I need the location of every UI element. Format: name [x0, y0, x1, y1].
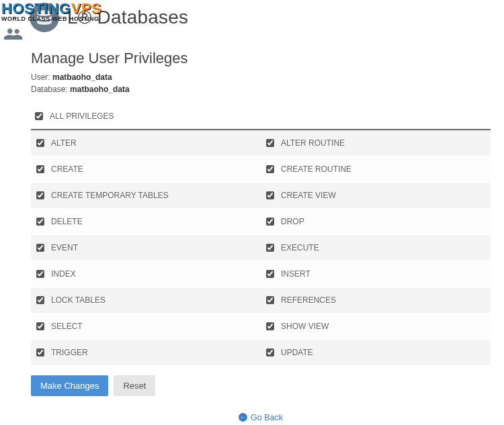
privilege-label: REFERENCES [281, 295, 336, 305]
privilege-label: INSERT [281, 269, 310, 279]
all-privileges-label: ALL PRIVILEGES [50, 111, 114, 121]
privilege-label: EVENT [51, 243, 78, 252]
privilege-checkbox[interactable] [36, 270, 44, 278]
user-value: matbaoho_data [52, 73, 112, 82]
go-back-link[interactable]: ← Go Back [239, 413, 283, 422]
arrow-left-icon: ← [239, 413, 247, 422]
privileges-table: ALTERALTER ROUTINECREATECREATE ROUTINECR… [31, 130, 491, 366]
privilege-label: TRIGGER [51, 348, 88, 357]
privilege-label: LOCK TABLES [51, 295, 106, 305]
privilege-checkbox[interactable] [36, 244, 44, 252]
privilege-label: CREATE ROUTINE [281, 164, 351, 174]
page-title: L® Databases [67, 7, 188, 28]
go-back-label: Go Back [251, 413, 283, 422]
privilege-checkbox[interactable] [36, 322, 44, 330]
privilege-label: INDEX [51, 269, 76, 279]
privilege-label: CREATE [51, 164, 83, 174]
users-icon [4, 27, 23, 45]
privilege-checkbox[interactable] [266, 348, 274, 357]
section-title: Manage User Privileges [31, 50, 491, 67]
user-label: User: [31, 73, 52, 82]
privilege-checkbox[interactable] [266, 218, 274, 226]
privilege-checkbox[interactable] [266, 165, 274, 173]
privilege-label: ALTER [51, 138, 77, 148]
privilege-checkbox[interactable] [36, 139, 44, 147]
privilege-label: CREATE TEMPORARY TABLES [51, 191, 169, 200]
privilege-checkbox[interactable] [36, 348, 44, 357]
privilege-checkbox[interactable] [36, 165, 44, 173]
database-icon [30, 3, 59, 32]
all-privileges-checkbox[interactable] [35, 112, 43, 120]
privilege-checkbox[interactable] [36, 296, 44, 304]
privilege-checkbox[interactable] [266, 139, 274, 147]
privilege-checkbox[interactable] [266, 191, 274, 199]
make-changes-button[interactable]: Make Changes [31, 375, 108, 396]
privilege-label: EXECUTE [281, 243, 319, 252]
privilege-checkbox[interactable] [266, 322, 274, 330]
privilege-label: DROP [281, 217, 304, 226]
privilege-label: SELECT [51, 322, 83, 331]
database-value: matbaoho_data [70, 85, 130, 94]
privilege-label: SHOW VIEW [281, 322, 329, 331]
privilege-label: CREATE VIEW [281, 191, 336, 200]
privilege-checkbox[interactable] [36, 191, 44, 199]
privilege-checkbox[interactable] [36, 218, 44, 226]
database-label: Database: [31, 85, 70, 94]
reset-button[interactable]: Reset [114, 375, 155, 396]
privilege-checkbox[interactable] [266, 244, 274, 252]
privilege-checkbox[interactable] [266, 270, 274, 278]
privilege-label: DELETE [51, 217, 83, 226]
privilege-label: UPDATE [281, 348, 313, 357]
privilege-checkbox[interactable] [266, 296, 274, 304]
privilege-label: ALTER ROUTINE [281, 138, 345, 148]
